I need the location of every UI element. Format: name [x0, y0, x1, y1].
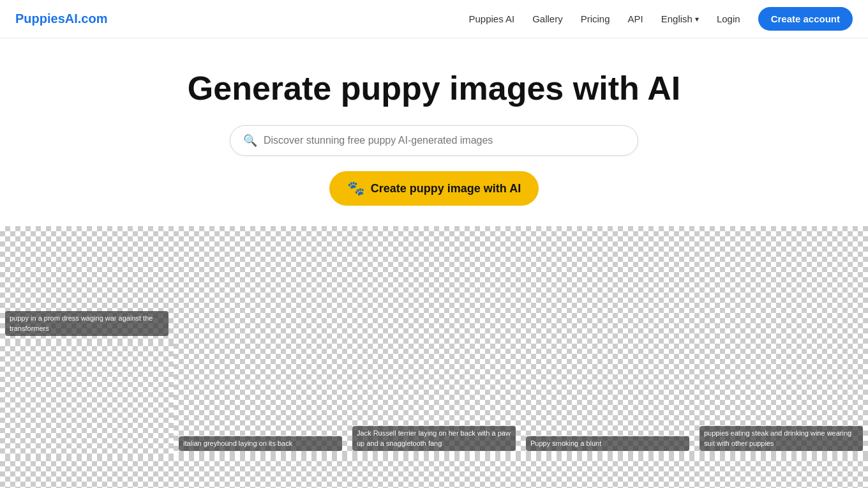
image-caption: puppy in a prom dress waging war against… [5, 311, 168, 336]
image-caption: puppies eating steak and drinking wine w… [700, 426, 863, 451]
gallery-col-0: puppy in a prom dress waging war against… [0, 226, 174, 488]
gallery: puppy in a prom dress waging war against… [0, 226, 868, 488]
login-button[interactable]: Login [717, 13, 740, 24]
create-puppy-button[interactable]: 🐾 Create puppy image with AI [329, 171, 539, 206]
gallery-item[interactable]: italian greyhound laying on its back [174, 226, 347, 456]
gallery-col-2: Jack Russell terrier laying on her back … [347, 226, 521, 488]
search-input[interactable] [264, 135, 625, 146]
gallery-col-3: Puppy smoking a blunt [521, 226, 694, 488]
gallery-item[interactable]: Jack Russell terrier laying on her back … [347, 226, 521, 456]
image-caption: italian greyhound laying on its back [179, 436, 342, 451]
hero-section: Generate puppy images with AI 🔍 🐾 Create… [0, 38, 868, 226]
nav-gallery[interactable]: Gallery [532, 13, 563, 24]
gallery-item[interactable] [347, 456, 521, 488]
create-account-button[interactable]: Create account [758, 7, 853, 31]
search-bar: 🔍 [230, 125, 638, 156]
gallery-item[interactable] [0, 456, 174, 488]
gallery-col-4: puppies eating steak and drinking wine w… [694, 226, 868, 488]
language-selector[interactable]: English [661, 13, 699, 24]
nav-pricing[interactable]: Pricing [581, 13, 610, 24]
gallery-col-1: italian greyhound laying on its back [174, 226, 347, 488]
gallery-item[interactable] [174, 456, 347, 488]
image-caption: Puppy smoking a blunt [526, 436, 689, 451]
gallery-item[interactable]: puppies eating steak and drinking wine w… [694, 226, 868, 456]
gallery-item[interactable] [521, 456, 694, 488]
search-icon: 🔍 [243, 133, 257, 148]
nav-api[interactable]: API [628, 13, 643, 24]
cta-label: Create puppy image with AI [371, 182, 521, 195]
image-caption: Jack Russell terrier laying on her back … [352, 426, 516, 451]
main-nav: Puppies AI Gallery Pricing API English L… [468, 7, 853, 31]
hero-title: Generate puppy images with AI [15, 69, 853, 107]
gallery-item[interactable] [0, 341, 174, 456]
gallery-item[interactable]: Puppy smoking a blunt [521, 226, 694, 456]
paw-icon: 🐾 [347, 180, 364, 197]
site-logo[interactable]: PuppiesAI.com [15, 11, 107, 26]
gallery-item[interactable] [694, 456, 868, 488]
gallery-item[interactable]: puppy in a prom dress waging war against… [0, 226, 174, 341]
nav-puppies-ai[interactable]: Puppies AI [468, 13, 514, 24]
